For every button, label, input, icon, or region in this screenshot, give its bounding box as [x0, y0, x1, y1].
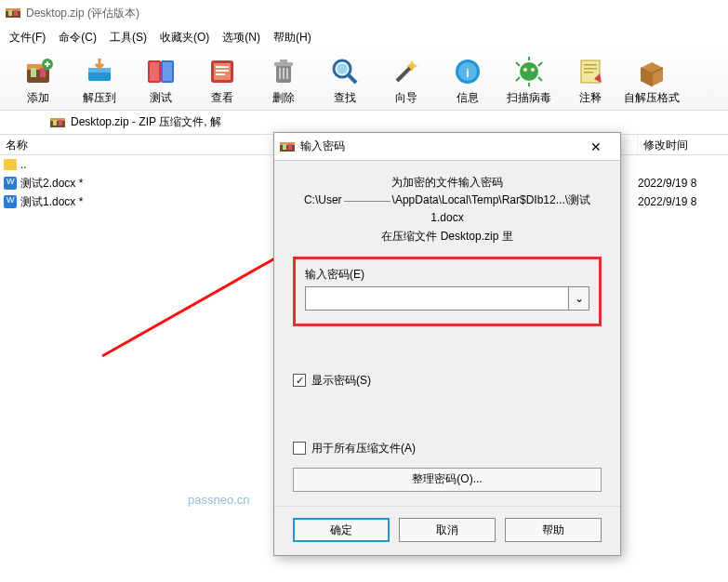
- use-all-row[interactable]: 用于所有压缩文件(A): [293, 441, 602, 456]
- test-icon: [144, 55, 178, 88]
- chevron-down-icon: ⌄: [575, 292, 584, 305]
- svg-rect-47: [288, 144, 292, 150]
- tool-scan[interactable]: 扫描病毒: [498, 53, 560, 108]
- svg-text:i: i: [466, 67, 469, 80]
- file-time: 2022/9/19 8: [638, 177, 724, 190]
- hint-line: 在压缩文件 Desktop.zip 里: [293, 228, 602, 245]
- tool-find-label: 查找: [334, 90, 356, 106]
- svg-point-31: [520, 62, 538, 81]
- tool-sfx[interactable]: 自解压格式: [621, 53, 682, 108]
- svg-rect-19: [216, 73, 225, 75]
- tool-info[interactable]: i 信息: [437, 53, 498, 108]
- file-name: 测试2.docx *: [20, 176, 83, 192]
- svg-rect-36: [584, 68, 597, 70]
- close-button[interactable]: ✕: [577, 139, 615, 154]
- menu-help[interactable]: 帮助(H): [273, 30, 311, 46]
- info-icon: i: [451, 55, 484, 88]
- toolbar: 添加 解压到 测试 查看 删除 查找 向导 i 信息 扫描病毒 注释 自解压格式: [0, 49, 728, 111]
- svg-rect-39: [50, 118, 65, 121]
- trash-icon: [267, 55, 300, 88]
- password-dropdown[interactable]: ⌄: [569, 286, 589, 311]
- dialog-icon: [280, 139, 295, 154]
- svg-rect-3: [14, 10, 18, 16]
- svg-point-32: [523, 68, 527, 72]
- svg-rect-2: [8, 10, 12, 16]
- menu-options[interactable]: 选项(N): [222, 30, 260, 46]
- checkbox-checked-icon[interactable]: [293, 374, 306, 387]
- tool-find[interactable]: 查找: [314, 53, 376, 108]
- svg-rect-35: [584, 64, 597, 66]
- svg-rect-17: [216, 66, 229, 68]
- dialog-hint: 为加密的文件输入密码 C:\User\AppData\Local\Temp\Ra…: [293, 174, 602, 245]
- menu-file[interactable]: 文件(F): [9, 30, 46, 46]
- show-password-row[interactable]: 显示密码(S): [293, 373, 602, 389]
- docx-icon: [4, 177, 17, 190]
- dialog-title: 输入密码: [300, 139, 572, 154]
- tool-scan-label: 扫描病毒: [507, 90, 551, 106]
- menubar: 文件(F) 命令(C) 工具(S) 收藏夹(O) 选项(N) 帮助(H): [0, 26, 728, 49]
- tool-comment-label: 注释: [579, 90, 602, 106]
- dialog-titlebar: 输入密码 ✕: [274, 133, 620, 161]
- tool-add-label: 添加: [27, 90, 49, 106]
- titlebar: Desktop.zip (评估版本): [0, 0, 728, 26]
- svg-point-33: [531, 68, 535, 72]
- hint-line: C:\User\AppData\Local\Temp\Rar$DIb12...\…: [293, 192, 602, 227]
- svg-rect-22: [280, 60, 287, 63]
- note-icon: [574, 55, 607, 88]
- svg-rect-24: [283, 68, 285, 79]
- menu-tools[interactable]: 工具(S): [110, 30, 147, 46]
- file-time: 2022/9/19 8: [638, 195, 724, 208]
- file-name: 测试1.docx *: [20, 194, 83, 210]
- app-icon: [6, 6, 20, 20]
- folder-icon: [4, 159, 17, 170]
- svg-rect-18: [216, 70, 229, 72]
- menu-favorites[interactable]: 收藏夹(O): [160, 30, 209, 46]
- checkbox-icon[interactable]: [293, 442, 306, 455]
- archive-add-icon: [21, 55, 55, 88]
- svg-rect-1: [6, 8, 20, 11]
- svg-rect-7: [40, 68, 46, 77]
- password-input[interactable]: [305, 286, 569, 311]
- path-text[interactable]: Desktop.zip - ZIP 压缩文件, 解: [71, 114, 221, 130]
- tool-delete-label: 删除: [272, 90, 295, 106]
- tool-wizard-label: 向导: [395, 90, 417, 106]
- tool-view[interactable]: 查看: [192, 53, 253, 108]
- hint-line: 为加密的文件输入密码: [293, 174, 602, 192]
- virus-icon: [512, 55, 546, 88]
- highlight-box: 输入密码(E) ⌄: [293, 257, 602, 326]
- help-button[interactable]: 帮助: [505, 518, 602, 542]
- show-password-label: 显示密码(S): [311, 373, 371, 389]
- tool-add[interactable]: 添加: [7, 53, 69, 108]
- extract-icon: [83, 55, 116, 88]
- view-icon: [205, 55, 239, 88]
- tool-extract[interactable]: 解压到: [69, 53, 130, 108]
- svg-line-42: [102, 252, 286, 356]
- svg-point-27: [337, 63, 348, 74]
- tool-delete[interactable]: 删除: [253, 53, 314, 108]
- svg-rect-46: [283, 144, 286, 150]
- svg-rect-12: [150, 62, 159, 81]
- organize-passwords-button[interactable]: 整理密码(O)...: [293, 468, 602, 492]
- tool-extract-label: 解压到: [83, 90, 116, 106]
- menu-command[interactable]: 命令(C): [59, 30, 97, 46]
- watermark: passneo.cn: [188, 493, 250, 507]
- archive-icon: [50, 115, 65, 130]
- svg-rect-6: [31, 68, 36, 77]
- svg-rect-40: [53, 120, 57, 126]
- box-icon: [635, 55, 668, 88]
- svg-rect-23: [279, 68, 281, 79]
- tool-test-label: 测试: [150, 90, 172, 106]
- tool-wizard[interactable]: 向导: [376, 53, 437, 108]
- tool-comment[interactable]: 注释: [560, 53, 621, 108]
- use-all-label: 用于所有压缩文件(A): [311, 441, 416, 456]
- password-dialog: 输入密码 ✕ 为加密的文件输入密码 C:\User\AppData\Local\…: [273, 132, 621, 556]
- wand-icon: [390, 55, 423, 88]
- cancel-button[interactable]: 取消: [399, 518, 496, 542]
- svg-rect-45: [280, 142, 295, 145]
- ok-button[interactable]: 确定: [293, 518, 390, 542]
- up-label: ..: [20, 158, 27, 171]
- search-icon: [328, 55, 362, 88]
- docx-icon: [4, 195, 17, 208]
- tool-test[interactable]: 测试: [130, 53, 192, 108]
- column-time[interactable]: 修改时间: [638, 135, 728, 154]
